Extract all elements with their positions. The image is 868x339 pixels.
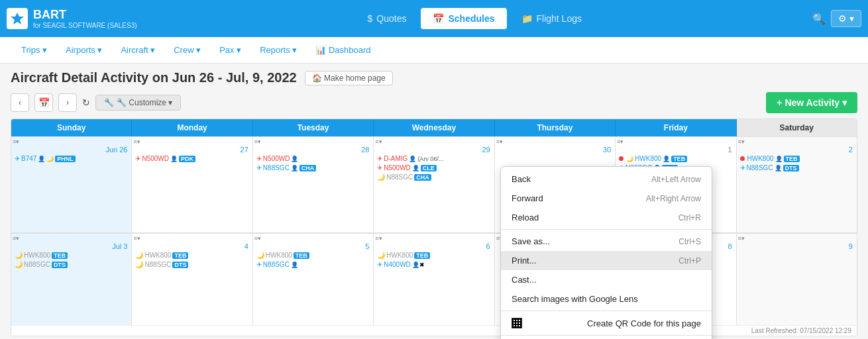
calendar: Sunday Monday Tuesday Wednesday Thursday… xyxy=(11,119,857,336)
ctx-divider3 xyxy=(501,335,712,336)
badge-phnl: PHNL xyxy=(55,156,76,162)
ctx-qr-code[interactable]: Create QR Code for this page xyxy=(501,313,712,333)
day-number: 30 xyxy=(496,145,614,154)
calendar-icon: 📅 xyxy=(433,13,444,24)
badge-cha: CHA xyxy=(299,165,317,171)
plane-icon: ✈ xyxy=(135,155,140,162)
logo-icon xyxy=(7,8,28,29)
event-n88sgc-tue[interactable]: ✈ N88SGC 👤 CHA xyxy=(254,164,372,172)
event-n88sgc-jul3[interactable]: 🌙 N88SGC DTS xyxy=(13,260,130,269)
header-tuesday: Tuesday xyxy=(253,119,374,136)
event-n500wd-tue[interactable]: ✈ N500WD 👤 xyxy=(254,154,372,163)
new-activity-button[interactable]: + New Activity ▾ xyxy=(766,92,857,113)
day-number: Jun 26 xyxy=(13,145,130,154)
next-button[interactable]: › xyxy=(58,93,77,112)
day-28: ≡▾ 28 ✈ N500WD 👤 ✈ N88SGC 👤 CHA xyxy=(253,136,374,232)
badge-dts: DTS xyxy=(783,165,799,171)
qr-icon xyxy=(512,318,522,328)
day-number: 28 xyxy=(254,145,372,154)
day-number: 6 xyxy=(375,242,492,251)
event-hwk800-fri1[interactable]: 🌙 HWK800 👤 TEB xyxy=(617,154,734,163)
nav-reports[interactable]: Reports ▾ xyxy=(252,41,305,59)
event-n88sgc-5[interactable]: ✈ N88SGC 👤 xyxy=(254,260,372,269)
ctx-forward[interactable]: Forward Alt+Right Arrow xyxy=(501,189,712,208)
refresh-button[interactable]: ↻ xyxy=(82,97,90,108)
event-hwk800-5[interactable]: 🌙 HWK800 TEB xyxy=(254,251,372,260)
badge-dts: DTS xyxy=(52,262,68,268)
event-b747[interactable]: ✈ B747 👤 🌙 PHNL xyxy=(13,154,130,163)
badge-teb: TEB xyxy=(414,252,430,259)
top-right-controls: 🔍 ⚙ ▾ xyxy=(812,10,861,27)
header-wednesday: Wednesday xyxy=(374,119,494,136)
event-n88sgc-4[interactable]: 🌙 N88SGC DTS xyxy=(133,260,250,269)
nav-pax[interactable]: Pax ▾ xyxy=(211,41,249,59)
moon-icon: 🌙 xyxy=(377,252,385,259)
badge-pdk: PDK xyxy=(179,156,195,162)
moon-icon: 🌙 xyxy=(135,261,143,268)
day-4: ≡▾ 4 🌙 HWK800 TEB 🌙 N88SGC DTS xyxy=(132,233,252,325)
plane-icon: ✈ xyxy=(256,155,262,162)
tab-quotes[interactable]: $ Quotes xyxy=(356,8,419,29)
day-9: ≡▾ 9 xyxy=(737,233,857,325)
customize-button[interactable]: 🔧 🔧 Customize ▾ xyxy=(95,95,181,111)
plane-icon: ✈ xyxy=(377,261,382,268)
badge-dts: DTS xyxy=(172,262,188,268)
event-hwk800-6[interactable]: 🌙 HWK800 TEB xyxy=(375,251,492,260)
top-nav-tabs: $ Quotes 📅 Schedules 📁 Flight Logs xyxy=(144,8,806,29)
badge-teb: TEB xyxy=(671,156,687,162)
svg-marker-0 xyxy=(11,13,24,24)
badge-teb: TEB xyxy=(784,156,800,162)
moon-icon: 🌙 xyxy=(15,252,23,259)
moon-icon: 🌙 xyxy=(15,261,23,268)
badge-teb: TEB xyxy=(294,252,309,259)
nav-dashboard[interactable]: 📊 Dashboard xyxy=(307,41,378,59)
tab-schedules[interactable]: 📅 Schedules xyxy=(421,8,506,29)
header-thursday: Thursday xyxy=(495,119,616,136)
event-n88sgc-wed[interactable]: 🌙 N88SGC CHA xyxy=(375,173,492,181)
day-27: ≡▾ 27 ✈ N500WD 👤 PDK xyxy=(132,136,252,232)
day-jun26: ≡▾ Jun 26 ✈ B747 👤 🌙 PHNL xyxy=(11,136,132,232)
search-button[interactable]: 🔍 xyxy=(812,13,826,25)
badge-teb: TEB xyxy=(172,252,188,259)
calendar-week1: ≡▾ Jun 26 ✈ B747 👤 🌙 PHNL ≡▾ 27 ✈ N500WD… xyxy=(11,136,857,232)
event-n500wd-mon[interactable]: ✈ N500WD 👤 PDK xyxy=(133,154,250,163)
plane-icon: 🌙 xyxy=(626,156,633,162)
ctx-cast[interactable]: Cast... xyxy=(501,270,712,289)
make-home-button[interactable]: 🏠 Make home page xyxy=(305,71,393,85)
ctx-search-images[interactable]: Search images with Google Lens xyxy=(501,289,712,309)
logo-area: BART for SEAGIL SOFTWARE (SALES3) xyxy=(7,8,137,29)
day-number: 27 xyxy=(133,145,250,154)
calendar-picker-button[interactable]: 📅 xyxy=(34,93,53,112)
header-sunday: Sunday xyxy=(11,119,132,136)
prev-button[interactable]: ‹ xyxy=(11,93,29,112)
nav-trips[interactable]: Trips ▾ xyxy=(13,41,55,59)
app-title: BART xyxy=(33,8,137,22)
tab-flight-logs[interactable]: 📁 Flight Logs xyxy=(510,8,594,29)
header-monday: Monday xyxy=(132,119,252,136)
nav-airports[interactable]: Airports ▾ xyxy=(58,41,110,59)
nav-aircraft[interactable]: Aircraft ▾ xyxy=(113,41,163,59)
event-n400wd-6[interactable]: ✈ N400WD 👤✖ xyxy=(375,260,492,269)
day-number: 2 xyxy=(738,145,855,154)
wrench-icon: 🔧 xyxy=(104,98,114,107)
ctx-save-as[interactable]: Save as... Ctrl+S xyxy=(501,232,712,251)
day-number: 29 xyxy=(375,145,492,154)
plane-icon: ✈ xyxy=(256,261,262,268)
event-hwk800-jul3[interactable]: 🌙 HWK800 TEB xyxy=(13,251,130,260)
calendar-toolbar: ‹ 📅 › ↻ 🔧 🔧 Customize ▾ + New Activity ▾ xyxy=(11,92,857,113)
context-menu: Back Alt+Left Arrow Forward Alt+Right Ar… xyxy=(500,166,712,339)
day-number: 4 xyxy=(133,242,250,251)
nav-crew[interactable]: Crew ▾ xyxy=(166,41,209,59)
ctx-print[interactable]: Print... Ctrl+P xyxy=(501,251,712,270)
settings-button[interactable]: ⚙ ▾ xyxy=(831,10,861,27)
event-hwk800-sat2[interactable]: HWK800 👤 TEB xyxy=(738,154,855,163)
ctx-back[interactable]: Back Alt+Left Arrow xyxy=(501,170,712,189)
day-number: 1 xyxy=(617,145,734,154)
event-damig[interactable]: ✈ D-AMIG 👤 (Arv 06/... xyxy=(375,154,492,163)
event-n500wd-wed[interactable]: ✈ N500WD 👤 CLE xyxy=(375,164,492,172)
event-n88sgc-sat2[interactable]: ✈ N88SGC 👤 DTS xyxy=(738,164,855,172)
event-hwk800-4[interactable]: 🌙 HWK800 TEB xyxy=(133,251,250,260)
ctx-divider2 xyxy=(501,311,712,311)
dollar-icon: $ xyxy=(368,13,373,24)
ctx-reload[interactable]: Reload Ctrl+R xyxy=(501,208,712,227)
